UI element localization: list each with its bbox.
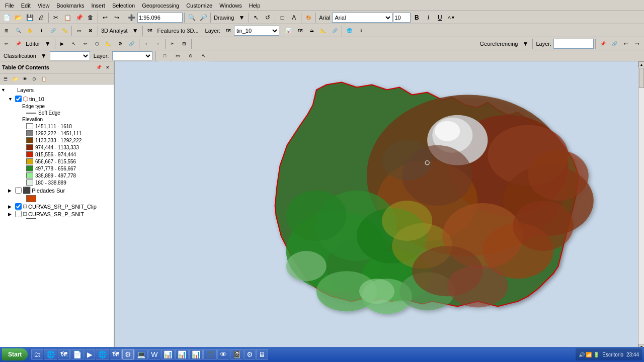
curvas-expand[interactable]: ▶ (8, 212, 15, 217)
curvas-layer[interactable]: ▶ ⊡ CURVAS_SR_P_SNIT (0, 210, 114, 218)
layer-select[interactable]: tin_10 (234, 26, 279, 36)
class-tool1[interactable]: □ (159, 50, 170, 61)
taskbar-app-17[interactable]: 🖥 (256, 349, 268, 360)
edit-tool6[interactable]: ⚙ (115, 38, 126, 49)
add-data-btn[interactable]: ➕ (126, 12, 137, 23)
taskbar-app-16[interactable]: ⚙ (244, 349, 256, 360)
zoom-in-btn[interactable]: 🔍 (186, 12, 197, 23)
new-btn[interactable]: 📄 (1, 12, 12, 23)
copy-btn[interactable]: 📋 (62, 12, 73, 23)
snap-btn2[interactable]: ↔ (152, 38, 164, 49)
undo-btn[interactable]: ↩ (100, 12, 111, 23)
identify-btn[interactable]: ℹ (36, 25, 47, 36)
font-size-input[interactable]: 10 (393, 13, 411, 23)
menu-help[interactable]: Help (246, 2, 264, 10)
italic-btn[interactable]: I (423, 12, 434, 23)
paste-btn[interactable]: 📌 (73, 12, 85, 23)
editor-arrow[interactable]: ▼ (42, 38, 53, 49)
menu-windows[interactable]: Windows (216, 2, 245, 10)
georef-arrow[interactable]: ▼ (520, 38, 531, 49)
georef-tool1[interactable]: 📌 (597, 38, 608, 49)
vscroll-track[interactable] (638, 67, 644, 344)
tin10-checkbox[interactable] (15, 96, 22, 102)
edit-tool4[interactable]: ⬡ (92, 38, 103, 49)
cut-btn[interactable]: ✂ (50, 12, 61, 23)
menu-selection[interactable]: Selection (109, 2, 138, 10)
georef-layer-input[interactable] (553, 39, 594, 49)
zoom-out-btn[interactable]: 🔎 (198, 12, 209, 23)
underline-btn[interactable]: U (434, 12, 445, 23)
open-btn[interactable]: 📂 (13, 12, 24, 23)
tin10-expand[interactable]: ▼ (8, 97, 15, 102)
edit-icon2[interactable]: 📌 (13, 38, 24, 49)
curvas-clip-layer[interactable]: ▶ ⊡ CURVAS_SR_P_SNIT_Clip (0, 203, 114, 210)
save-btn[interactable]: 💾 (24, 12, 35, 23)
delete-btn[interactable]: 🗑 (85, 12, 96, 23)
curvas-checkbox[interactable] (15, 211, 22, 217)
sketch-btn[interactable]: ✂ (167, 38, 178, 49)
taskbar-app-10[interactable]: 📊 (161, 349, 175, 360)
piedades-layer[interactable]: ▶ ⬛ Piedades Sur (0, 186, 114, 195)
redo-btn[interactable]: ↪ (111, 12, 122, 23)
menu-geoprocessing[interactable]: Geoprocessing (139, 2, 182, 10)
toc-pin-btn[interactable]: 📌 (95, 63, 103, 71)
taskbar-app-8[interactable]: 💻 (134, 349, 148, 360)
rect-btn[interactable]: □ (277, 12, 288, 23)
info-btn[interactable]: ℹ (355, 25, 366, 36)
edit-icon1[interactable]: ✏ (1, 38, 12, 49)
taskbar-app-11[interactable]: 📊 (175, 349, 189, 360)
edit-tool1[interactable]: ▶ (57, 38, 68, 49)
class-arrow[interactable]: ▼ (40, 50, 48, 61)
georef-tool3[interactable]: ↩ (620, 38, 631, 49)
taskbar-app-3[interactable]: 🗺 (58, 349, 70, 360)
globe-btn[interactable]: 🌐 (344, 25, 355, 36)
taskbar-app-12[interactable]: 📊 (189, 349, 203, 360)
class-tool2[interactable]: ▭ (172, 50, 183, 61)
print-btn[interactable]: 🖨 (36, 12, 47, 23)
edit-tool7[interactable]: 🔗 (126, 38, 137, 49)
taskbar-app-13[interactable]: 🎵 (203, 349, 217, 360)
menu-customize[interactable]: Customize (183, 2, 215, 10)
toc-list-view-btn[interactable]: ☰ (1, 74, 10, 83)
tin-btn2[interactable]: 🗺 (294, 25, 305, 36)
color-fill[interactable]: 🎨 (303, 12, 314, 23)
zoom-sel-btn[interactable]: 🔍 (13, 25, 24, 36)
vscroll-up[interactable]: ▲ (638, 61, 644, 67)
curvas-clip-expand[interactable]: ▶ (8, 204, 15, 209)
tin10-layer[interactable]: ▼ ⬡ tin_10 (0, 95, 114, 103)
map-vscroll[interactable]: ▲ ▼ (638, 61, 644, 350)
taskbar-app-6[interactable]: 🌐 (96, 349, 109, 360)
class-tool4[interactable]: ↖ (198, 50, 209, 61)
analyst-arrow[interactable]: ▼ (130, 25, 141, 36)
tin-btn5[interactable]: 🔗 (329, 25, 340, 36)
merge-btn[interactable]: ⊞ (179, 38, 190, 49)
taskbar-app-15[interactable]: 📓 (230, 349, 244, 360)
edit-tool2[interactable]: ↖ (68, 38, 79, 49)
font-color-btn[interactable]: A▼ (446, 12, 457, 23)
bold-btn[interactable]: B (411, 12, 422, 23)
edit-tool3[interactable]: ✏ (80, 38, 91, 49)
toc-desc-btn[interactable]: 📋 (39, 74, 48, 83)
menu-view[interactable]: View (35, 2, 53, 10)
font-select[interactable]: Arial (332, 13, 392, 23)
tin-btn3[interactable]: ⛰ (306, 25, 317, 36)
class-select[interactable] (50, 51, 90, 60)
vscroll-thumb[interactable] (639, 68, 644, 88)
tin-btn1[interactable]: 📊 (283, 25, 294, 36)
class-layer-select[interactable] (112, 51, 152, 60)
toc-close-btn[interactable]: ✕ (104, 63, 112, 71)
layers-expand[interactable]: ▼ (1, 87, 8, 93)
menu-file[interactable]: File (2, 2, 17, 10)
zoom-extent-btn[interactable]: ⊞ (1, 25, 12, 36)
menu-bookmarks[interactable]: Bookmarks (53, 2, 87, 10)
menu-insert[interactable]: Insert (88, 2, 108, 10)
draw-arrow[interactable]: ▼ (236, 12, 247, 23)
text-btn[interactable]: A (288, 12, 299, 23)
scale-input[interactable]: 1:95.096 (137, 13, 183, 23)
rotate-tool[interactable]: ↺ (262, 12, 273, 23)
piedades-expand[interactable]: ▶ (8, 188, 15, 193)
layers-root[interactable]: ▼ Layers (0, 85, 114, 95)
toc-sel-btn[interactable]: ⊙ (30, 74, 39, 83)
taskbar-app-7[interactable]: 🗺 (110, 349, 122, 360)
pan-btn[interactable]: ✋ (24, 25, 35, 36)
